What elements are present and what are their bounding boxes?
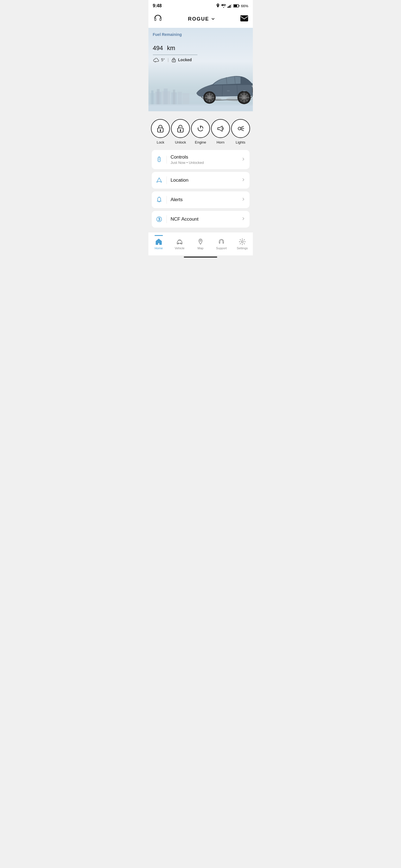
svg-rect-3	[231, 4, 232, 8]
map-label: Map	[197, 247, 203, 250]
vehicle-label: Vehicle	[175, 247, 184, 250]
unlock-circle	[171, 119, 190, 138]
lock-button[interactable]: Lock	[151, 119, 170, 145]
svg-point-63	[238, 127, 241, 130]
unlock-label: Unlock	[175, 140, 186, 145]
controls-title: Controls	[171, 154, 237, 160]
remote-icon	[156, 156, 163, 163]
menu-list: Controls Just Now • Unlocked Location	[148, 150, 253, 227]
svg-rect-21	[178, 92, 182, 104]
vehicle-icon	[176, 238, 183, 245]
ncf-account-title: NCF Account	[171, 216, 237, 222]
support-icon	[218, 238, 225, 245]
engine-button[interactable]: Engine	[191, 119, 210, 145]
svg-rect-54	[227, 90, 229, 91]
status-bar: 9:48 66%	[148, 0, 253, 10]
dollar-circle-icon	[156, 215, 163, 223]
navigation-icon	[156, 176, 163, 184]
nav-home[interactable]: Home	[148, 235, 169, 250]
home-label: Home	[154, 247, 163, 250]
settings-label: Settings	[237, 247, 248, 250]
lights-button[interactable]: Lights	[231, 119, 250, 145]
nav-settings[interactable]: Settings	[232, 235, 253, 250]
svg-rect-22	[182, 93, 189, 104]
home-indicator	[184, 256, 217, 258]
lights-icon	[236, 124, 245, 133]
svg-rect-14	[151, 90, 153, 104]
svg-rect-20	[173, 90, 175, 104]
status-time: 9:48	[153, 3, 162, 8]
svg-line-8	[155, 62, 155, 62]
nav-support[interactable]: Support	[211, 235, 232, 250]
controls-row: Lock Unlock Engine	[148, 111, 253, 150]
horn-label: Horn	[217, 140, 225, 145]
svg-rect-7	[240, 16, 248, 21]
locked-icon	[172, 57, 176, 62]
unlock-button[interactable]: Unlock	[171, 119, 190, 145]
headset-icon	[153, 13, 163, 23]
fuel-label: Fuel Remaining	[153, 32, 249, 37]
horn-button[interactable]: Horn	[211, 119, 230, 145]
menu-item-ncf-account[interactable]: NCF Account	[152, 211, 250, 227]
bottom-navigation: Home Vehicle Map Support	[148, 232, 253, 255]
bell-icon	[156, 196, 163, 204]
nav-map[interactable]: Map	[190, 235, 211, 250]
battery-percentage: 66%	[241, 4, 248, 8]
vehicle-name: ROGUE	[188, 16, 209, 22]
lock-circle	[151, 119, 170, 138]
weather-icon	[153, 57, 159, 62]
fuel-divider	[153, 55, 197, 55]
svg-rect-0	[228, 7, 228, 8]
headset-button[interactable]	[153, 13, 163, 25]
map-pin-icon	[197, 238, 204, 245]
unlock-icon	[176, 124, 185, 133]
signal-status-icon	[228, 4, 232, 8]
svg-rect-5	[239, 5, 239, 7]
home-icon	[155, 238, 162, 245]
svg-point-70	[159, 158, 160, 159]
menu-item-controls[interactable]: Controls Just Now • Unlocked	[152, 150, 250, 169]
lights-circle	[231, 119, 250, 138]
wifi-status-icon	[221, 4, 226, 8]
svg-rect-71	[159, 159, 160, 159]
car-image	[192, 58, 253, 111]
active-bar	[154, 235, 163, 236]
chevron-right-icon	[241, 197, 246, 202]
power-icon	[196, 124, 205, 133]
settings-icon	[239, 238, 246, 245]
menu-item-location[interactable]: Location	[152, 172, 250, 189]
chevron-right-icon	[241, 178, 246, 182]
mail-button[interactable]	[240, 15, 248, 23]
svg-point-77	[200, 240, 201, 242]
location-title: Location	[171, 178, 237, 183]
battery-status-icon	[233, 4, 239, 7]
controls-subtitle: Just Now • Unlocked	[171, 160, 237, 165]
engine-label: Engine	[195, 140, 206, 145]
horn-circle	[211, 119, 230, 138]
svg-point-11	[173, 60, 174, 61]
horn-icon	[216, 124, 225, 133]
svg-point-78	[241, 241, 244, 243]
support-label: Support	[216, 247, 227, 250]
status-icons: 66%	[216, 4, 248, 8]
chevron-down-icon	[211, 17, 215, 21]
chevron-right-icon	[241, 157, 246, 161]
lights-label: Lights	[236, 140, 245, 145]
hero-section: Fuel Remaining 494 km 5° | Locked	[148, 28, 253, 111]
svg-rect-27	[252, 88, 253, 93]
svg-rect-16	[157, 89, 160, 104]
lock-status: Locked	[178, 58, 192, 62]
temperature: 5°	[161, 58, 165, 62]
lock-label: Lock	[157, 140, 164, 145]
nav-vehicle[interactable]: Vehicle	[169, 235, 190, 250]
menu-item-alerts[interactable]: Alerts	[152, 191, 250, 208]
svg-rect-53	[243, 90, 246, 91]
fuel-value: 494 km	[153, 38, 249, 52]
svg-rect-72	[159, 160, 160, 160]
svg-rect-6	[234, 5, 237, 7]
app-header: ROGUE	[148, 10, 253, 28]
mail-icon	[240, 15, 248, 22]
svg-rect-2	[230, 5, 231, 8]
vehicle-name-dropdown[interactable]: ROGUE	[188, 16, 215, 22]
alerts-title: Alerts	[171, 197, 237, 203]
